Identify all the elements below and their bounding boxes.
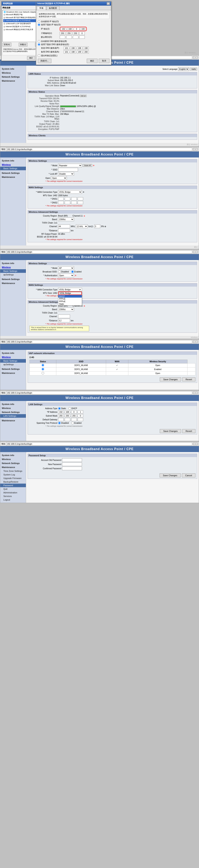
channel-bw-select[interactable]: 12 kHz — [76, 224, 88, 228]
address-input-5[interactable] — [6, 391, 192, 394]
lan-gw-1[interactable] — [58, 418, 64, 421]
use-dns-radio[interactable]: 使用下面的 DNS 服务器地址(E): — [38, 43, 110, 46]
tab-general[interactable]: 常规 — [37, 6, 46, 10]
sidebar3-ap-settings[interactable]: apSettings — [0, 273, 26, 276]
dns2-octet-1[interactable] — [58, 201, 64, 204]
sidebar2-basic-settings[interactable]: Basic Settings — [0, 167, 26, 170]
auto-obtain-radio-input[interactable] — [38, 20, 40, 23]
use-dns-input[interactable] — [38, 43, 40, 46]
ip-octet-4[interactable] — [80, 27, 86, 31]
pwd-save-btn[interactable]: Save Changes — [160, 473, 181, 477]
dns1-octet-4[interactable] — [78, 197, 83, 200]
dns2-octet-4[interactable] — [78, 201, 83, 204]
disabled-input[interactable] — [58, 271, 61, 273]
mode3-select[interactable]: AP Repeater — [58, 266, 74, 270]
maint-logout[interactable]: Logout — [0, 498, 26, 502]
km-input[interactable] — [94, 224, 100, 228]
disabled-radio[interactable]: Disabled — [58, 271, 69, 273]
vap-revert-btn[interactable]: Revert — [182, 377, 195, 381]
disabled-stp-radio[interactable]: Disabled — [58, 422, 69, 424]
adns-octet-4[interactable] — [83, 50, 89, 54]
sidebar3-wireless[interactable]: Wireless — [0, 265, 26, 269]
go-button-2[interactable]: → — [193, 148, 198, 151]
vap-save-btn[interactable]: Save Changes — [160, 377, 181, 381]
sidebar5-lan[interactable]: LAN Settings — [0, 414, 26, 418]
sidebar6-maintenance[interactable]: Maintenance — [0, 465, 26, 469]
subnet-octet-4[interactable] — [79, 32, 85, 35]
channel3-input[interactable] — [58, 314, 70, 318]
dns2-octet-2[interactable] — [65, 201, 70, 204]
lan-gw-3[interactable] — [71, 418, 77, 421]
maint-timezone[interactable]: Time Zone Settings — [0, 469, 26, 473]
go-button-4[interactable]: → — [193, 340, 198, 343]
enabled-stp-input[interactable] — [71, 422, 74, 424]
status-radio-3[interactable] — [42, 372, 44, 374]
sidebar3-maintenance[interactable]: Maintenance — [0, 281, 26, 285]
pdns-octet-4[interactable] — [83, 46, 89, 50]
sidebar3-network-settings[interactable]: Network Settings — [0, 277, 26, 281]
old-pwd-input[interactable] — [62, 458, 82, 462]
uninstall-button[interactable]: 卸载(U) — [19, 43, 28, 46]
maint-services[interactable]: Services — [0, 494, 26, 498]
maint-admin[interactable]: Administration — [0, 491, 26, 494]
mode-select[interactable]: Repeater AP — [58, 164, 82, 167]
lan-gw-4[interactable] — [78, 418, 83, 421]
dhcp-option[interactable]: DHCP — [58, 295, 82, 298]
pdns-octet-1[interactable] — [64, 46, 69, 50]
sidebar3-basic-settings[interactable]: Basic Settings — [0, 269, 26, 273]
pppoe2-option[interactable]: PPPoE — [58, 300, 82, 303]
band3-select[interactable]: 2390hz — [58, 308, 74, 311]
pppoe-option[interactable]: PPPoE — [58, 298, 82, 300]
lan-ip-3[interactable] — [71, 410, 77, 413]
channel-input[interactable] — [58, 224, 70, 228]
use-following-radio[interactable]: 使用下面的 IP 地址(S): — [38, 23, 110, 26]
sidebar5-system-info[interactable]: System info — [0, 402, 26, 406]
lock-ap-select[interactable]: Disable Enable — [58, 172, 74, 176]
lan-ip-4[interactable] — [78, 410, 83, 413]
address-input-3[interactable] — [6, 250, 192, 253]
dns1-octet-1[interactable] — [58, 197, 64, 200]
auto-dns-radio[interactable]: 自动获得 DNS 服务器地址(B) — [38, 40, 110, 43]
lan-revert-btn[interactable]: Revert — [182, 429, 195, 433]
sidebar2-maintenance[interactable]: Maintenance — [0, 175, 26, 179]
lan-save-btn[interactable]: Save Changes — [160, 429, 181, 433]
sidebar2-system-info[interactable]: System info — [0, 159, 26, 163]
address-input-4[interactable] — [6, 340, 192, 343]
lan-sub-3[interactable] — [71, 414, 77, 417]
pdns-octet-3[interactable] — [77, 46, 82, 50]
close-btn[interactable]: ✕ — [107, 2, 110, 5]
band-select[interactable]: 2390hz — [58, 218, 74, 221]
wan-conn-select[interactable]: VDSL Bridge — [58, 190, 82, 194]
dns1-octet-2[interactable] — [65, 197, 70, 200]
pdns-octet-2[interactable] — [70, 46, 76, 50]
enabled-stp-radio[interactable]: Enabled — [71, 422, 82, 424]
subnet-octet-3[interactable] — [73, 32, 78, 35]
ok-button[interactable]: 确定 — [87, 59, 97, 63]
subnet-octet-1[interactable] — [60, 32, 65, 35]
dns1-octet-3[interactable] — [71, 197, 77, 200]
ip-octet-3[interactable] — [74, 27, 79, 31]
lan-sub-2[interactable] — [65, 414, 70, 417]
auth3-select[interactable]: Open — [58, 274, 74, 277]
scan-all-btn[interactable]: Scan All — [83, 164, 92, 167]
sidebar2-wireless[interactable]: Wireless — [0, 163, 26, 167]
maint-syslog[interactable]: System Log — [0, 473, 26, 476]
vdsl-option[interactable]: VDSL Bridge — [58, 291, 82, 295]
lan-ip-2[interactable] — [65, 410, 70, 413]
gw-octet-4[interactable] — [79, 35, 85, 39]
static-option[interactable]: Static — [58, 303, 82, 305]
sidebar4-maintenance[interactable]: Maintenance — [0, 371, 26, 375]
enabled-input[interactable] — [71, 271, 74, 273]
lan-ip-1[interactable] — [58, 410, 64, 413]
open-select[interactable]: Open — [51, 176, 67, 180]
distance-input[interactable] — [58, 229, 70, 232]
sidebar4-ap-settings[interactable]: apSettings — [0, 363, 26, 366]
sidebar5-network-settings[interactable]: Network Settings — [0, 410, 26, 414]
lan-gw-2[interactable] — [65, 418, 70, 421]
ok-button[interactable]: 确定 — [27, 56, 35, 60]
go-button-3[interactable]: → — [193, 250, 198, 253]
sidebar-system-info[interactable]: System info — [0, 67, 26, 71]
advanced-button[interactable]: 高级(V)... — [38, 59, 51, 63]
address-input-2[interactable] — [6, 148, 192, 151]
sidebar-wireless[interactable]: Wireless — [0, 71, 26, 75]
